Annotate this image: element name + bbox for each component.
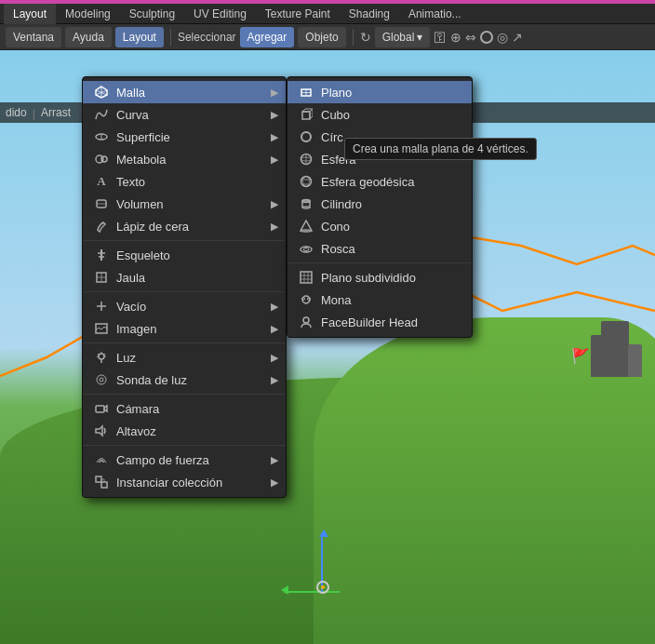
- menu-item-luz[interactable]: Luz ▶: [83, 346, 286, 369]
- overlay-icon[interactable]: ◎: [497, 30, 508, 45]
- svg-point-54: [303, 248, 309, 251]
- ventana-button[interactable]: Ventana: [6, 27, 61, 47]
- tab-sculpting[interactable]: Sculpting: [120, 2, 184, 25]
- menu-item-sonda[interactable]: Sonda de luz ▶: [83, 369, 286, 391]
- menu-item-superficie[interactable]: Superficie ▶: [83, 126, 286, 148]
- gizmo-icon[interactable]: ↗: [512, 30, 523, 45]
- submenu-mesh-objects: Plano Cubo Círc Esfera Esfera geodésica …: [287, 76, 473, 338]
- magnet-icon[interactable]: ⊕: [450, 30, 461, 45]
- probe-icon: [94, 372, 109, 387]
- agregar-button[interactable]: Agregar: [240, 27, 295, 47]
- image-icon: [94, 321, 109, 336]
- cone-icon: [299, 219, 314, 234]
- menu-item-campo[interactable]: Campo de fuerza ▶: [83, 449, 286, 471]
- menu-item-volumen[interactable]: Volumen ▶: [83, 193, 286, 215]
- svg-point-61: [302, 298, 305, 301]
- cage-icon: [94, 270, 109, 285]
- menu-item-texto[interactable]: A Texto: [83, 170, 286, 193]
- submenu-arrow: ▶: [271, 87, 278, 99]
- mode-dropdown[interactable]: dido: [6, 106, 27, 119]
- separator-1: [83, 240, 286, 241]
- submenu-item-esfera-geodesica[interactable]: Esfera geodésica: [287, 170, 472, 193]
- light-icon: [94, 350, 109, 365]
- submenu-arrow-superficie: ▶: [271, 131, 278, 143]
- tab-shading[interactable]: Shading: [340, 2, 399, 25]
- submenu-item-circulo[interactable]: Círc: [287, 126, 472, 148]
- submenu-item-cubo[interactable]: Cubo: [287, 103, 472, 126]
- drag-mode[interactable]: Arrast: [41, 106, 71, 119]
- submenu-item-cono[interactable]: Cono: [287, 215, 472, 237]
- tab-texture-paint[interactable]: Texture Paint: [256, 2, 340, 25]
- volume-icon: [94, 196, 109, 211]
- header-sep-2: [353, 29, 354, 46]
- svg-line-23: [98, 354, 99, 355]
- menu-malla: Malla ▶ Curva ▶ Superficie ▶ Metabola ▶ …: [82, 76, 287, 498]
- grid-plane-icon: [299, 270, 314, 285]
- submenu-arrow-metabola: ▶: [271, 154, 278, 166]
- chevron-down-icon: ▾: [417, 31, 422, 44]
- plane-icon: [299, 85, 314, 100]
- y-axis: [284, 591, 340, 593]
- seleccionar-label[interactable]: Seleccionar: [178, 31, 236, 44]
- menu-item-altavoz[interactable]: Altavoz: [83, 420, 286, 442]
- circle-icon: [299, 129, 314, 144]
- z-axis-arrow: [319, 530, 328, 537]
- menu-item-vacio[interactable]: Vacío ▶: [83, 295, 286, 317]
- submenu-arrow-curva: ▶: [271, 109, 278, 121]
- workspace-tabs: Layout Modeling Sculpting UV Editing Tex…: [0, 0, 655, 24]
- origin-dot: [321, 585, 325, 589]
- tab-modeling[interactable]: Modeling: [56, 2, 120, 25]
- menu-item-lapiz[interactable]: Lápiz de cera ▶: [83, 215, 286, 237]
- menu-item-imagen[interactable]: Imagen ▶: [83, 317, 286, 340]
- menu-item-esqueleto[interactable]: Esqueleto: [83, 244, 286, 266]
- svg-line-22: [104, 354, 105, 355]
- svg-marker-30: [96, 426, 102, 436]
- monkey-icon: [299, 292, 314, 307]
- menu-item-curva[interactable]: Curva ▶: [83, 103, 286, 126]
- svg-point-27: [100, 378, 103, 382]
- svg-rect-28: [96, 406, 104, 412]
- skeleton-icon: [94, 248, 109, 262]
- submenu-item-plano-sub[interactable]: Plano subdividido: [287, 266, 472, 288]
- tab-layout[interactable]: Layout: [4, 2, 56, 25]
- metaball-icon: [94, 152, 109, 167]
- submenu-item-esfera[interactable]: Esfera: [287, 148, 472, 170]
- transform-icon[interactable]: ⇔: [465, 30, 476, 45]
- menu-item-metabola[interactable]: Metabola ▶: [83, 148, 286, 170]
- geosphere-icon: [299, 174, 314, 189]
- svg-marker-29: [104, 406, 107, 411]
- svg-point-7: [101, 156, 107, 162]
- menu-item-instanciar[interactable]: Instanciar colección ▶: [83, 471, 286, 493]
- proportional-icon[interactable]: [480, 31, 493, 44]
- submenu-item-plano[interactable]: Plano: [287, 81, 472, 103]
- header-bar: Ventana Ayuda Layout Seleccionar Agregar…: [0, 24, 655, 50]
- submenu-item-facebuilder[interactable]: FaceBuilder Head: [287, 311, 472, 333]
- separator-5: [83, 445, 286, 446]
- link-icon[interactable]: ⚿: [434, 30, 447, 45]
- menu-item-malla[interactable]: Malla ▶: [83, 81, 286, 103]
- grease-pencil-icon: [94, 219, 109, 234]
- layout-header-btn[interactable]: Layout: [115, 27, 164, 47]
- svg-rect-32: [101, 482, 107, 488]
- global-dropdown[interactable]: Global ▾: [375, 27, 431, 47]
- submenu-item-rosca[interactable]: Rosca: [287, 237, 472, 260]
- refresh-icon[interactable]: ↻: [360, 30, 371, 45]
- svg-rect-55: [301, 272, 312, 283]
- submenu-item-mona[interactable]: Mona: [287, 288, 472, 311]
- svg-point-53: [301, 247, 312, 252]
- separator-4: [83, 394, 286, 395]
- uvsphere-icon: [299, 152, 314, 167]
- camera-icon: [94, 401, 109, 416]
- menu-item-jaula[interactable]: Jaula: [83, 266, 286, 288]
- flag-icon: 🚩: [571, 347, 590, 365]
- tab-uv-editing[interactable]: UV Editing: [184, 2, 256, 25]
- submenu-arrow-campo: ▶: [271, 454, 278, 466]
- svg-point-19: [99, 354, 104, 359]
- submenu-item-cilindro[interactable]: Cilindro: [287, 193, 472, 215]
- submenu-arrow-volumen: ▶: [271, 198, 278, 210]
- tab-animation[interactable]: Animatio...: [399, 2, 471, 25]
- ayuda-button[interactable]: Ayuda: [65, 27, 112, 47]
- objeto-button[interactable]: Objeto: [298, 27, 345, 47]
- menu-item-camara[interactable]: Cámara: [83, 397, 286, 420]
- submenu-arrow-lapiz: ▶: [271, 221, 278, 233]
